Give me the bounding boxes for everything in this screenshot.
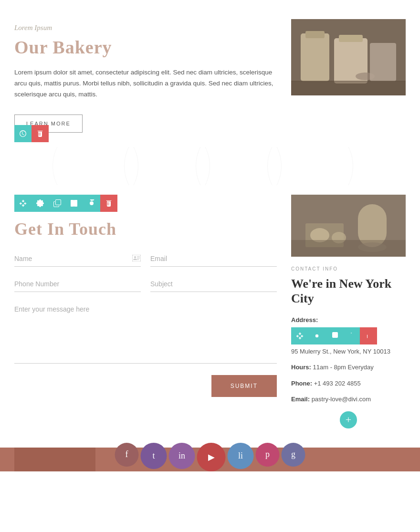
phone-input[interactable] xyxy=(14,276,141,292)
columns-icon xyxy=(71,199,78,207)
footer-icon-1[interactable]: f xyxy=(115,443,139,467)
contact-hours: Hours: 11am - 8pm Everyday xyxy=(291,363,406,372)
delete-button[interactable] xyxy=(32,125,49,142)
contact-section: Get In Touch xyxy=(0,185,420,448)
contact-address: Address: 95 Mulerry St., Ne xyxy=(291,315,406,356)
power-button[interactable] xyxy=(14,125,32,142)
footer-bar xyxy=(14,448,95,471)
columns-btn[interactable] xyxy=(66,195,83,212)
svg-rect-4 xyxy=(339,35,363,42)
footer-icon-7[interactable]: g xyxy=(282,443,305,467)
divider-circle-4 xyxy=(267,147,353,185)
email-label: Email: xyxy=(291,396,310,403)
mini-power-icon xyxy=(347,332,355,340)
svg-rect-6 xyxy=(370,43,396,81)
footer-icon-3[interactable]: in xyxy=(169,443,195,469)
power-icon xyxy=(19,130,27,137)
contact-form-area: Get In Touch xyxy=(14,195,277,428)
main-title: Our Bakery xyxy=(14,37,277,58)
mini-settings-btn[interactable] xyxy=(308,327,326,344)
bakery-image-top xyxy=(291,19,406,95)
bakery-kitchen-image xyxy=(291,195,406,257)
hours-label: Hours: xyxy=(291,364,311,371)
svg-rect-2 xyxy=(305,31,325,38)
mini-gear-icon xyxy=(313,332,321,340)
email-field xyxy=(150,251,277,267)
email-value: pastry-love@divi.com xyxy=(312,396,371,403)
mini-move-btn[interactable] xyxy=(291,327,308,344)
mini-delete-btn[interactable] xyxy=(360,327,377,344)
address-value: 95 Mulerry St., New York, NY 10013 xyxy=(291,348,390,355)
phone-label: Phone: xyxy=(291,380,312,387)
form-row-name-email xyxy=(14,251,277,267)
mini-toggle-btn[interactable] xyxy=(343,327,360,344)
move-icon xyxy=(19,199,27,207)
contact-right-area: CONTACT INFO We're in New York City Addr… xyxy=(291,195,406,428)
svg-rect-8 xyxy=(291,81,406,95)
svg-rect-1 xyxy=(301,33,329,81)
id-card-icon xyxy=(132,255,141,263)
email-input[interactable] xyxy=(150,251,277,267)
address-label: Address: xyxy=(291,316,318,323)
footer-icon-5[interactable]: li xyxy=(228,443,254,469)
footer-social-icons: f t in ▶ li p g xyxy=(114,443,306,471)
contact-email: Email: pastry-love@divi.com xyxy=(291,395,406,404)
top-left-content: Lorem Ipsum Our Bakery Lorem ipsum dolor… xyxy=(14,19,277,133)
name-field xyxy=(14,251,141,267)
power-icon-2 xyxy=(88,199,95,207)
subject-field xyxy=(150,276,277,292)
top-right-image xyxy=(291,19,406,95)
phone-value: +1 493 202 4855 xyxy=(314,380,361,387)
footer-icon-6[interactable]: p xyxy=(256,443,280,467)
trash-icon xyxy=(36,130,44,137)
mini-trash-icon xyxy=(365,332,372,340)
settings-btn[interactable] xyxy=(32,195,49,212)
divider-circles xyxy=(67,147,353,185)
mini-duplicate-icon xyxy=(330,332,338,340)
contact-info-label: CONTACT INFO xyxy=(291,266,406,271)
add-button[interactable]: + xyxy=(340,411,357,428)
footer: f t in ▶ li p g xyxy=(0,448,420,471)
footer-icon-4[interactable]: ▶ xyxy=(197,443,226,471)
mini-toolbar xyxy=(291,327,377,344)
gear-icon xyxy=(36,199,44,207)
submit-button[interactable]: SUBMIT xyxy=(211,375,277,397)
mini-duplicate-btn[interactable] xyxy=(326,327,343,344)
decorative-divider xyxy=(0,147,420,185)
subtitle: Lorem Ipsum xyxy=(14,24,277,32)
top-section: Lorem Ipsum Our Bakery Lorem ipsum dolor… xyxy=(0,0,420,147)
duplicate-btn[interactable] xyxy=(49,195,66,212)
name-input[interactable] xyxy=(14,251,141,267)
mini-move-icon xyxy=(296,332,304,340)
bakery-flour-image xyxy=(291,19,406,95)
description: Lorem ipsum dolor sit amet, consectetur … xyxy=(14,67,277,100)
contact-title: Get In Touch xyxy=(14,219,277,239)
form-row-phone-subject xyxy=(14,276,277,292)
contact-phone: Phone: +1 493 202 4855 xyxy=(291,379,406,388)
submit-row: SUBMIT xyxy=(14,375,277,397)
section-toolbar xyxy=(14,195,117,212)
message-field-wrap xyxy=(14,302,277,365)
delete-section-btn[interactable] xyxy=(100,195,117,212)
flour-svg xyxy=(291,19,406,95)
contact-city-title: We're in New York City xyxy=(291,276,406,306)
svg-point-10 xyxy=(134,256,136,258)
footer-icon-2[interactable]: t xyxy=(141,443,167,469)
phone-field xyxy=(14,276,141,292)
section-power-toolbar xyxy=(14,125,49,142)
svg-rect-20 xyxy=(291,240,406,257)
toggle-btn[interactable] xyxy=(83,195,100,212)
bakery-image-bottom xyxy=(291,195,406,257)
kitchen-svg xyxy=(291,195,406,257)
move-btn[interactable] xyxy=(14,195,32,212)
duplicate-icon xyxy=(53,199,61,207)
hours-value: 11am - 8pm Everyday xyxy=(313,364,374,371)
trash-icon-2 xyxy=(105,199,113,207)
subject-input[interactable] xyxy=(150,276,277,292)
message-textarea[interactable] xyxy=(14,302,277,364)
